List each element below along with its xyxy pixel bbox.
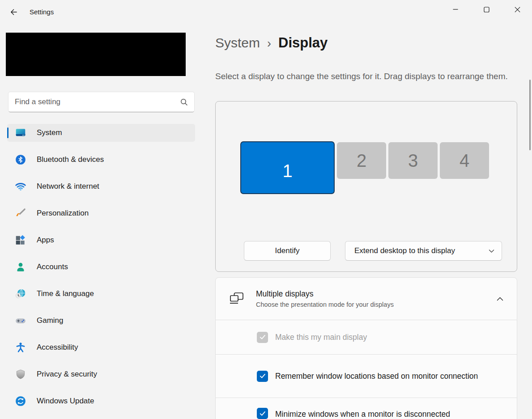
sidebar-item-label: Privacy & security <box>37 370 97 379</box>
checkbox-minimize-windows[interactable] <box>257 408 268 419</box>
multiple-displays-subtitle: Choose the presentation mode for your di… <box>256 301 394 308</box>
sidebar-item-apps[interactable]: Apps <box>7 231 195 249</box>
bluetooth-icon <box>15 154 26 165</box>
system-icon <box>15 127 26 139</box>
sidebar-item-label: Bluetooth & devices <box>37 155 104 164</box>
vertical-scrollbar[interactable] <box>529 80 531 150</box>
multiple-displays-expander[interactable]: Multiple displays Choose the presentatio… <box>215 277 517 320</box>
gaming-icon <box>15 315 26 326</box>
main-content: System › Display Select a display to cha… <box>215 25 518 419</box>
multiple-displays-title: Multiple displays <box>256 289 394 299</box>
monitor-2[interactable]: 2 <box>337 142 386 179</box>
selected-accent-pill <box>7 127 9 138</box>
chevron-up-icon <box>497 297 503 301</box>
sidebar-item-accessibility[interactable]: Accessibility <box>7 339 195 356</box>
search-icon <box>179 97 188 106</box>
option-row-remember-locations: Remember window locations based on monit… <box>215 355 517 398</box>
monitor-1[interactable]: 1 <box>240 141 335 194</box>
minimize-button[interactable] <box>443 0 468 19</box>
sidebar-item-accounts[interactable]: Accounts <box>7 258 195 276</box>
windows-update-icon <box>15 395 26 407</box>
option-row-main-display: Make this my main display <box>215 320 517 355</box>
window-title: Settings <box>30 8 54 16</box>
titlebar: Settings <box>0 0 532 25</box>
checkbox-remember-window-locations[interactable] <box>257 371 268 382</box>
page-description: Select a display to change the settings … <box>215 70 516 83</box>
settings-window: Settings <box>0 0 532 419</box>
apps-icon <box>15 234 26 246</box>
sidebar-item-label: Windows Update <box>37 397 94 406</box>
sidebar-item-label: Personalization <box>37 209 89 218</box>
chevron-down-icon <box>489 249 494 253</box>
sidebar-item-label: System <box>37 128 62 137</box>
sidebar-item-gaming[interactable]: Gaming <box>7 312 195 330</box>
sidebar-item-privacy-security[interactable]: Privacy & security <box>7 365 195 383</box>
sidebar-item-system[interactable]: System <box>7 124 195 142</box>
maximize-button[interactable] <box>473 0 499 19</box>
sidebar-item-personalization[interactable]: Personalization <box>7 204 195 222</box>
sidebar-item-label: Network & internet <box>37 182 99 191</box>
sidebar-item-label: Apps <box>37 236 54 245</box>
multiple-displays-icon <box>228 292 245 306</box>
sidebar-item-label: Gaming <box>37 316 64 325</box>
back-button[interactable] <box>5 5 22 19</box>
network-icon <box>15 181 26 192</box>
close-icon <box>515 7 520 13</box>
minimize-icon <box>453 7 458 12</box>
monitor-4[interactable]: 4 <box>440 142 489 179</box>
sidebar-item-time-language[interactable]: Time & language <box>7 285 195 303</box>
personalization-icon <box>15 207 26 219</box>
multiple-displays-card: Multiple displays Choose the presentatio… <box>215 277 517 419</box>
search-box <box>8 92 195 112</box>
display-mode-value: Extend desktop to this display <box>354 246 455 255</box>
identify-button[interactable]: Identify <box>244 241 331 261</box>
sidebar-nav: System Bluetooth & devices Network & int… <box>7 124 195 419</box>
option-label: Minimize windows when a monitor is disco… <box>275 408 450 419</box>
sidebar-item-label: Accounts <box>37 262 68 271</box>
sidebar-item-label: Accessibility <box>37 343 78 352</box>
display-arrangement-panel: 1 2 3 4 Identify Extend desktop to this … <box>215 101 517 272</box>
privacy-shield-icon <box>15 368 26 380</box>
time-language-icon <box>15 288 26 300</box>
option-label: Remember window locations based on monit… <box>275 370 485 382</box>
sidebar: System Bluetooth & devices Network & int… <box>0 25 206 419</box>
breadcrumb: System › Display <box>215 35 328 51</box>
sidebar-item-network-internet[interactable]: Network & internet <box>7 178 195 195</box>
breadcrumb-system[interactable]: System <box>215 35 260 51</box>
accessibility-icon <box>15 342 26 353</box>
monitor-3[interactable]: 3 <box>388 142 438 179</box>
close-button[interactable] <box>504 0 530 19</box>
monitor-arrangement: 1 2 3 4 <box>240 141 489 194</box>
window-controls <box>443 0 530 19</box>
accounts-icon <box>15 261 26 273</box>
sidebar-item-windows-update[interactable]: Windows Update <box>7 392 195 410</box>
search-input[interactable] <box>9 92 179 112</box>
breadcrumb-chevron: › <box>267 36 271 51</box>
maximize-icon <box>484 7 489 13</box>
sidebar-item-bluetooth-devices[interactable]: Bluetooth & devices <box>7 151 195 169</box>
sidebar-item-label: Time & language <box>37 289 94 298</box>
option-label: Make this my main display <box>275 331 367 343</box>
back-arrow-icon <box>8 6 20 18</box>
display-mode-dropdown[interactable]: Extend desktop to this display <box>345 241 502 261</box>
account-redacted-block <box>6 33 186 76</box>
option-row-minimize-windows: Minimize windows when a monitor is disco… <box>215 398 517 419</box>
checkbox-make-main-display <box>257 332 268 343</box>
page-title: Display <box>278 35 328 51</box>
